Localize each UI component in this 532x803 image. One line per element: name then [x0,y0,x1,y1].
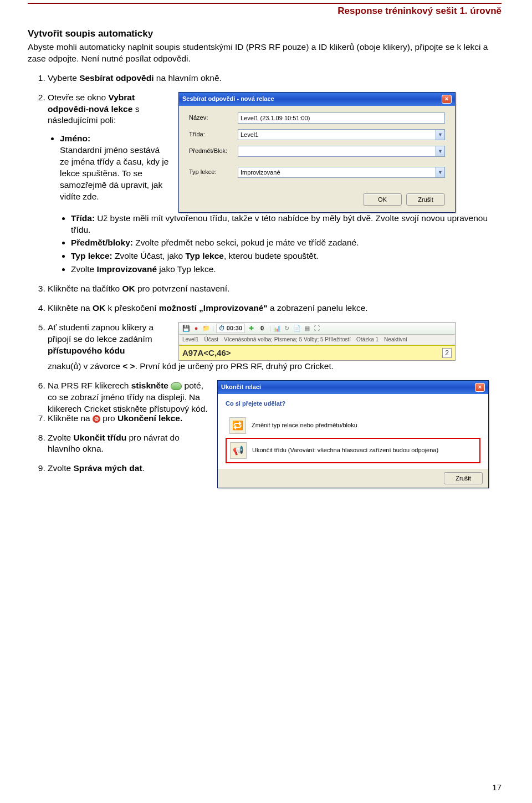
plus-icon[interactable]: ✚ [247,325,255,333]
improv-b: Improvizované [97,264,157,274]
s6c: Ukončení lekce. [117,413,182,423]
s3c: k přeskočení [105,303,159,313]
dialog2-question: Co si přejete udělat? [226,400,480,408]
s8a: Zvolte [48,463,74,473]
typ-text-c: , kterou budete spouštět. [224,251,319,260]
code-count: 2 [442,348,452,358]
step-3: Klikněte na OK k přeskočení možností „Im… [48,303,502,314]
combo-typ[interactable]: ▼ [238,167,445,178]
ok-button[interactable]: OK [363,193,402,206]
opt2a: Ukončit třídu (V [252,447,294,453]
option-end-class[interactable]: 📢 Ukončit třídu (Varování: všechna hlaso… [226,438,480,463]
input-typ[interactable] [238,167,436,178]
step-7: Zvolte Ukončit třídu pro návrat do hlavn… [48,432,197,456]
input-trida[interactable] [238,129,436,140]
input-nazev[interactable] [238,112,445,124]
folder-icon[interactable]: 📁 [202,325,210,333]
s5a: Na PRS RF klikerech [48,381,131,390]
bullet-typ: Typ lekce: Zvolte Účast, jako Typ lekce,… [71,250,502,262]
s4b: přístupového kódu [48,346,125,355]
expand-icon[interactable]: ⛶ [313,325,321,333]
label-nazev: Název: [189,114,233,122]
timer-value: 00:30 [227,324,242,333]
header-title: Response tréninkový sešit 1. úrovně [28,5,502,18]
cancel-button[interactable]: Zrušit [444,472,483,484]
s8b: Správa mých dat [74,463,142,473]
toolbar-mid: Level1 Účast Vícenásobná volba; Písmena;… [179,335,455,345]
s3a: Klikněte na [48,303,93,313]
s4e: . První kód je určený pro PRS RF, druhý … [135,361,334,371]
chevron-down-icon[interactable]: ▼ [436,167,445,178]
lesson-toolbar: 💾 ● 📁 | ⏱00:30 ✚ 0 | 📊 ↻ 📄 ▦ ⛶ [178,322,456,361]
dialog2-title: Ukončit relaci [221,383,261,391]
step-1-bold: Sesbírat odpovědi [79,73,154,83]
s8c: . [142,463,145,473]
dialog-titlebar: Sesbírat odpovědi - nová relace × [179,93,455,106]
s5b: stiskněte [131,381,168,390]
tb-status: Neaktivní [384,336,407,344]
count-display: 0 [257,324,267,333]
chart-icon[interactable]: 📊 [273,325,281,333]
step-1: Vyberte Sesbírat odpovědi na hlavním okn… [48,73,502,84]
s2b-c: pro potvrzení nastavení. [135,284,230,293]
chevron-down-icon[interactable]: ▼ [436,146,445,157]
save-icon[interactable]: 💾 [182,325,190,333]
opt2b: arování: všechna hlasovací zařízení budo… [294,447,438,453]
typ-label: Typ lekce: [71,251,112,260]
s6b: pro [100,413,117,423]
s3b: OK [93,303,105,313]
chevron-down-icon[interactable]: ▼ [436,129,445,140]
dialog-new-session: Sesbírat odpovědi - nová relace × Název:… [178,92,456,213]
s4a: Ať studenti zapnou klikery a připojí se … [48,323,154,344]
record-icon[interactable]: ● [192,325,200,333]
section-title: Vytvořit soupis automaticky [28,28,502,40]
s2b-b: OK [122,284,135,293]
page-number: 17 [492,782,502,793]
s2b-a: Klikněte na tlačítko [48,284,122,293]
refresh-icon[interactable]: ↻ [283,325,291,333]
cancel-button[interactable]: Zrušit [406,193,445,206]
improv-a: Zvolte [71,264,97,274]
opt2-text: Ukončit třídu (Varování: všechna hlasova… [252,446,438,454]
timer-display: ⏱00:30 [216,324,245,333]
step-2-pre: Otevře se okno [48,93,108,102]
combo-trida[interactable]: ▼ [238,129,445,140]
header-rule [28,3,502,4]
s3e: a zobrazení panelu lekce. [268,303,368,313]
combo-predmet[interactable]: ▼ [238,146,445,157]
swap-icon: 🔁 [229,417,246,434]
bullet-improv: Zvolte Improvizované jako Typ lekce. [71,264,502,275]
trida-text: Už byste měli mít vytvořenou třídu, takž… [71,213,488,234]
bullet-jmeno: Jméno: Standardní jméno sestává ze jména… [60,133,170,203]
step-6: Klikněte na ⊘ pro Ukončení lekce. [48,413,197,424]
close-icon[interactable]: × [442,95,452,104]
grid-icon[interactable]: ▦ [303,325,311,333]
s7b: Ukončit třídu [74,433,127,442]
predmet-text: Zvolte předmět nebo sekci, pokud je máte… [133,238,359,247]
dialog-end-session: Ukončit relaci × Co si přejete udělat? 🔁… [217,380,489,488]
bullet-predmet: Předmět/bloky: Zvolte předmět nebo sekci… [71,237,502,249]
jmeno-label: Jméno: [60,134,90,143]
dialog2-titlebar: Ukončit relaci × [218,381,488,394]
step-1-pre: Vyberte [48,73,79,83]
main-steps: Vyberte Sesbírat odpovědi na hlavním okn… [28,73,502,475]
dialog-title-text: Sesbírat odpovědi - nová relace [182,95,274,103]
tb-class: Level1 [182,336,198,344]
s7a: Zvolte [48,433,74,442]
improv-c: jako Typ lekce. [157,264,216,274]
close-icon[interactable]: × [475,383,485,392]
predmet-label: Předmět/bloky: [71,238,133,247]
input-predmet[interactable] [238,146,436,157]
stop-icon: ⊘ [93,415,100,423]
clicker-button-icon [171,382,182,390]
option-change-type[interactable]: 🔁 Změnit typ relace nebo předmětu/bloku [226,413,480,438]
jmeno-text: Standardní jméno sestává ze jména třídy … [60,145,168,201]
s4c: znaku(ů) v závorce [48,361,122,371]
step-4: Ať studenti zapnou klikery a připojí se … [48,322,502,372]
page-icon[interactable]: 📄 [293,325,301,333]
s4d: < > [122,361,135,371]
trida-label: Třída: [71,213,95,223]
exit-icon: 📢 [230,442,247,459]
step-2b: Klikněte na tlačítko OK pro potvrzení na… [48,283,502,295]
tb-type: Účast [204,336,218,344]
